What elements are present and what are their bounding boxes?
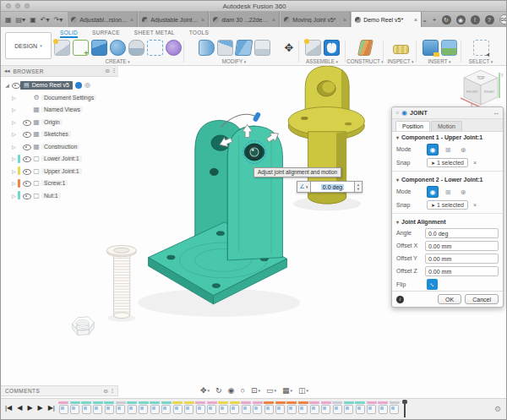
workspace-tab[interactable]: SHEET METAL <box>134 29 175 38</box>
close-tab-icon[interactable]: × <box>343 17 346 23</box>
mode-planar-button[interactable]: ⊞ <box>442 144 454 155</box>
fillet-icon[interactable] <box>217 40 233 56</box>
timeline-feature-item[interactable] <box>275 401 286 414</box>
combine-icon[interactable] <box>254 40 270 56</box>
create-group-label[interactable]: CREATE <box>106 58 130 64</box>
angle-type-icon[interactable]: ∠▾ <box>297 181 311 193</box>
timeline-feature-item[interactable] <box>218 401 228 414</box>
visibility-eye-icon[interactable] <box>22 155 31 162</box>
browser-tree-row[interactable]: ▷ ⚙ Document Settings <box>10 92 118 103</box>
workspace-tab[interactable]: SOLID <box>60 29 78 38</box>
extrude-icon[interactable] <box>91 40 107 56</box>
alignment-field-input[interactable]: 0.00 mm <box>425 241 499 251</box>
expand-icon[interactable]: ▷ <box>10 168 18 174</box>
new-component-assemble-icon[interactable] <box>305 40 321 56</box>
browser-tree-row[interactable]: ▷ ▦ Construction <box>10 141 118 152</box>
clear-selection-icon[interactable]: × <box>473 202 477 208</box>
extensions-icon[interactable]: ◉ <box>456 15 466 25</box>
undo-icon[interactable]: ↶▾ <box>41 16 50 24</box>
timeline-feature-item[interactable] <box>230 401 240 414</box>
timeline-feature-item[interactable] <box>161 401 172 414</box>
visibility-eye-icon[interactable] <box>22 143 31 150</box>
go-to-end-button[interactable]: ▶| <box>48 404 55 412</box>
modify-group-label[interactable]: MODIFY <box>222 58 246 64</box>
snap-selection-button[interactable]: ➤ 1 selected <box>427 200 468 210</box>
drag-grip-icon[interactable]: ≡ <box>395 110 399 116</box>
user-avatar[interactable]: GG <box>499 14 507 25</box>
info-icon[interactable]: i <box>396 296 404 303</box>
document-tab[interactable]: Moving Joint v5* × <box>280 12 351 27</box>
workspace-tab[interactable]: TOOLS <box>189 29 209 38</box>
visibility-eye-icon[interactable] <box>22 192 31 199</box>
timeline-feature-item[interactable] <box>286 401 297 414</box>
comments-bar[interactable]: COMMENTS ⊙ ⁝ <box>1 385 118 396</box>
node-label[interactable]: Nut:1 <box>41 193 61 199</box>
component-section-header[interactable]: Component 2 - Lower Joint:1 <box>392 174 503 184</box>
close-tab-icon[interactable]: × <box>201 17 204 23</box>
timeline-feature-item[interactable] <box>58 401 68 414</box>
display-settings-icon[interactable]: ▭▾ <box>266 386 276 395</box>
pan-icon[interactable]: ✥▾ <box>200 386 210 395</box>
timeline-feature-item[interactable] <box>298 401 308 414</box>
expand-icon[interactable]: ▷ <box>10 144 18 150</box>
node-label[interactable]: Construction <box>41 144 79 150</box>
expand-icon[interactable]: ▷ <box>10 180 18 186</box>
expand-icon[interactable]: ▷ <box>10 131 18 137</box>
file-menu-icon[interactable]: ▤▾ <box>16 16 26 24</box>
workspace-tab[interactable]: SURFACE <box>92 29 120 38</box>
expand-icon[interactable]: ▷ <box>10 155 18 161</box>
browser-menu-icon[interactable]: ⁝ <box>113 68 115 74</box>
new-component-icon[interactable] <box>54 40 70 56</box>
document-tab[interactable]: Adjustabl...rsion v3* × <box>67 12 138 27</box>
node-label[interactable]: Upper Joint:1 <box>41 168 82 174</box>
close-tab-icon[interactable]: × <box>272 17 275 23</box>
joint-dialog-tab[interactable]: Motion <box>431 121 462 131</box>
timeline-feature-item[interactable] <box>81 401 91 414</box>
root-component-chip[interactable]: ▤ Demo Reel v5 <box>20 81 73 90</box>
timeline-feature-item[interactable] <box>150 401 160 414</box>
browser-gear-icon[interactable]: ⊙ <box>105 68 109 74</box>
fit-icon[interactable]: ⊡▾ <box>251 386 260 395</box>
timeline-feature-item[interactable] <box>104 401 114 414</box>
timeline-settings-icon[interactable]: ⚙ <box>494 405 501 413</box>
timeline-feature-item[interactable] <box>184 401 194 414</box>
joint-dialog-header[interactable]: ≡ ◉ JOINT ↔ <box>392 107 503 119</box>
expand-icon[interactable]: ◢ <box>3 82 11 88</box>
collapse-panel-icon[interactable]: ◂◂ <box>4 68 10 74</box>
model-canvas[interactable]: Adjust joint alignment and motion ∠▾ 0.0… <box>1 66 507 398</box>
step-back-button[interactable]: ◀ <box>17 404 22 412</box>
timeline-feature-item[interactable] <box>367 401 377 414</box>
timeline-feature-item[interactable] <box>253 401 263 414</box>
viewports-icon[interactable]: ◫▾ <box>298 386 308 395</box>
timeline-feature-item[interactable] <box>139 401 149 414</box>
play-button[interactable]: ▶ <box>27 404 32 412</box>
timeline-feature-item[interactable] <box>241 401 251 414</box>
timeline-feature-item[interactable] <box>195 401 205 414</box>
component-section-header[interactable]: Component 1 - Upper Joint:1 <box>392 132 503 142</box>
angle-input[interactable]: 0.0 deg <box>311 181 355 193</box>
save-icon[interactable]: ▣ <box>30 16 36 24</box>
timeline-feature-item[interactable] <box>378 401 388 414</box>
browser-tree-row[interactable]: ▷ ▢ Upper Joint:1 <box>10 166 118 177</box>
timeline-feature-item[interactable] <box>332 401 342 414</box>
pipe-icon[interactable] <box>147 40 163 56</box>
joint-icon[interactable] <box>324 40 340 56</box>
browser-tree-row[interactable]: ▷ ▦ Sketches <box>10 128 118 139</box>
comments-gear-icon[interactable]: ⊙ <box>103 388 107 395</box>
primitive-icon[interactable] <box>128 40 144 56</box>
look-at-icon[interactable]: ◉ <box>228 386 235 395</box>
timeline-playhead[interactable] <box>404 401 406 417</box>
timeline-feature-item[interactable] <box>344 401 354 414</box>
timeline-feature-item[interactable] <box>309 401 319 414</box>
mode-motion-button[interactable]: ⊕ <box>457 186 469 198</box>
node-label[interactable]: Origin <box>41 119 63 125</box>
mode-simple-button[interactable]: ◉ <box>427 186 439 198</box>
browser-tree-row[interactable]: ▷ ▦ Origin <box>10 117 118 128</box>
insert-mcmaster-icon[interactable] <box>422 40 439 56</box>
move-copy-icon[interactable]: ✥ <box>281 40 297 56</box>
document-tab[interactable]: Demo Reel v5* × <box>351 12 422 27</box>
notifications-icon[interactable]: ! <box>471 15 480 25</box>
timeline-feature-item[interactable] <box>116 401 126 414</box>
browser-tree-row[interactable]: ▷ ▦ Named Views <box>10 104 118 115</box>
visibility-eye-icon[interactable] <box>22 118 31 126</box>
